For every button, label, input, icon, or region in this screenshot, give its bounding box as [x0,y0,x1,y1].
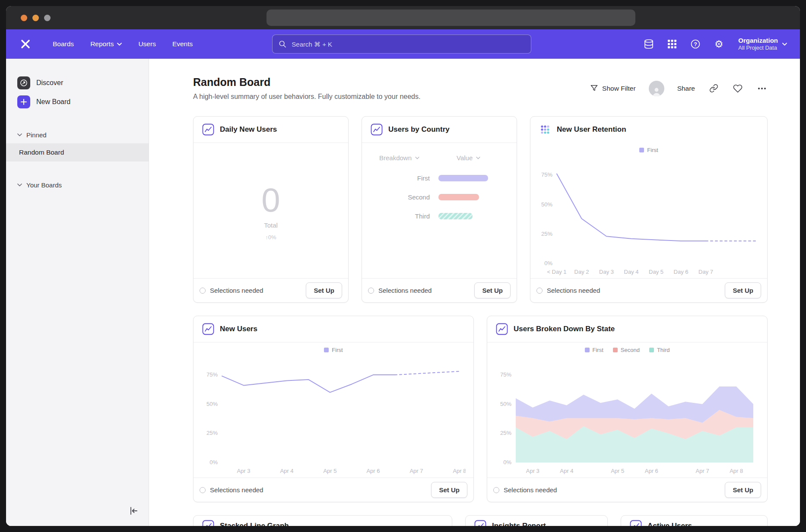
row-label: First [379,174,430,182]
nav-link-label: Users [138,40,155,48]
org-text: Organization All Project Data [738,37,778,52]
card-title: Users Broken Down By State [514,325,615,333]
search-input[interactable] [291,40,525,48]
card-footer: Selections needed Set Up [487,478,767,502]
insights-chart-icon [474,520,486,526]
legend-label: Second [621,347,640,353]
legend-label: First [593,347,603,353]
svg-text:Apr 4: Apr 4 [280,468,293,474]
card-footer: Selections needed Set Up [194,478,473,502]
row-label: Second [379,193,430,201]
chevron-down-icon [17,184,22,187]
card-active-users[interactable]: Active Users [621,515,768,526]
insights-chart-icon [202,323,214,335]
card-new-users[interactable]: New Users First 75%50%25%0%Apr 3Apr 4Apr [193,316,474,502]
sidebar-item-discover[interactable]: Discover [6,73,149,92]
show-filter-label: Show Filter [602,85,636,92]
sidebar-item-new-board[interactable]: New Board [6,92,149,111]
nav-right-cluster: ? ⚙ Organization All Project Data [643,37,787,52]
minimize-window-button[interactable] [32,15,39,21]
browser-url-bar[interactable] [267,10,635,26]
svg-text:Apr 3: Apr 3 [237,468,250,474]
card-header: Users Broken Down By State [487,316,767,342]
share-button[interactable]: Share [677,85,695,92]
show-filter-button[interactable]: Show Filter [590,84,636,92]
nav-link-boards[interactable]: Boards [47,37,80,51]
svg-text:Apr 7: Apr 7 [409,468,423,474]
help-glyph: ? [694,41,698,48]
metric-delta: ↑0% [265,234,276,241]
status-circle-icon [493,487,499,493]
svg-text:Day 7: Day 7 [698,269,713,275]
section-label: Pinned [26,131,47,139]
insights-chart-icon [202,520,214,526]
apps-grid-icon[interactable] [666,38,678,50]
breakdown-controls: Breakdown Value [379,154,517,162]
search-icon [279,40,286,48]
card-header: Users by Country [362,117,517,143]
legend-label: First [332,347,343,353]
chevron-down-icon [415,157,419,159]
card-users-by-state[interactable]: Users Broken Down By State First [487,316,768,502]
legend-swatch [613,348,618,352]
board-header: Random Board A high-level summary of use… [193,76,768,101]
filter-funnel-icon [590,84,598,92]
settings-gear-icon[interactable]: ⚙ [713,38,724,50]
retention-line-chart: 75%50%25%0%< Day 1Day 2Day 3Day 4Day 5Da… [536,157,762,276]
status-text: Selections needed [210,486,263,494]
org-switcher[interactable]: Organization All Project Data [738,37,787,52]
app-body: Discover New Board Pinned Random Board [6,59,800,526]
value-dropdown[interactable]: Value [457,154,480,162]
zoom-window-button[interactable] [44,15,51,21]
breakdown-dropdown[interactable]: Breakdown [379,154,419,162]
sidebar-item-label: New Board [36,98,70,106]
set-up-button[interactable]: Set Up [306,282,342,298]
svg-text:25%: 25% [500,430,511,436]
set-up-button[interactable]: Set Up [725,482,761,498]
sidebar-section-your-boards[interactable]: Your Boards [6,176,149,193]
avatar[interactable] [649,81,664,96]
retention-grid-icon [539,124,551,136]
section-label: Your Boards [26,181,62,189]
sidebar-section-pinned[interactable]: Pinned [6,126,149,143]
card-daily-new-users[interactable]: Daily New Users 0 Total ↑0% Selections n… [193,116,349,303]
discover-compass-icon [17,76,30,89]
plus-icon [17,95,30,108]
card-users-by-country[interactable]: Users by Country Breakdown [362,116,517,303]
chart-legend: First [324,344,343,355]
legend-item: First [585,347,603,353]
status-circle-icon [200,288,206,294]
card-title: Users by Country [388,125,450,134]
card-title: Daily New Users [220,125,277,134]
svg-text:25%: 25% [206,430,218,436]
insights-chart-icon [496,323,508,335]
window-titlebar [6,6,800,29]
card-new-user-retention[interactable]: New User Retention First 75%50%25%0%< Da… [530,116,768,303]
svg-text:50%: 50% [500,401,511,407]
card-stacked-line-graph[interactable]: Stacked Line Graph [193,515,452,526]
favorite-heart-icon[interactable] [732,83,743,94]
collapse-sidebar-icon[interactable] [128,505,139,516]
value-dropdown-label: Value [457,154,473,162]
card-insights-report[interactable]: Insights Report [465,515,608,526]
set-up-button[interactable]: Set Up [474,282,511,298]
set-up-button[interactable]: Set Up [725,282,761,298]
close-window-button[interactable] [21,15,27,21]
status-text: Selections needed [210,287,263,294]
set-up-button[interactable]: Set Up [431,482,467,498]
nav-link-reports[interactable]: Reports [84,37,128,51]
nav-link-users[interactable]: Users [132,37,162,51]
svg-text:25%: 25% [541,231,552,237]
more-options-icon[interactable] [756,83,768,94]
nav-link-events[interactable]: Events [166,37,199,51]
data-management-icon[interactable] [643,38,654,50]
global-search[interactable] [272,35,531,54]
copy-link-icon[interactable] [708,83,719,94]
mixpanel-logo[interactable] [19,38,32,51]
help-icon[interactable]: ? [690,38,701,50]
sidebar: Discover New Board Pinned Random Board [6,59,149,526]
board-content: Random Board A high-level summary of use… [193,59,768,526]
sidebar-item-random-board[interactable]: Random Board [6,143,149,162]
legend-swatch [649,348,654,352]
svg-text:75%: 75% [206,371,218,378]
